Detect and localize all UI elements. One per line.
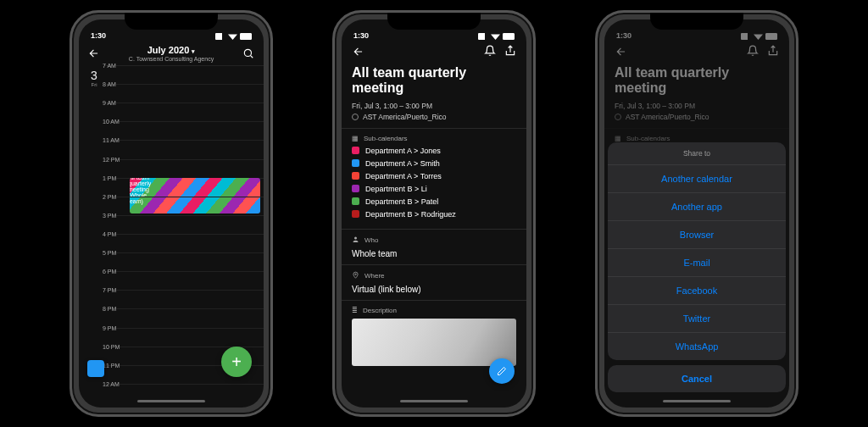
description-icon: ≣	[352, 307, 358, 314]
section-who: Who Whole team	[342, 229, 526, 264]
hour-label: 7 AM	[103, 63, 126, 69]
share-option[interactable]: WhatsApp	[608, 333, 786, 360]
month-selector[interactable]: July 2020▾ C. Townsend Consulting Agency	[101, 45, 242, 62]
share-option[interactable]: Another app	[608, 193, 786, 221]
hour-label: 8 AM	[103, 81, 126, 87]
status-time: 1:30	[91, 31, 106, 40]
hour-label: 2 PM	[103, 194, 126, 200]
section-description: ≣ Description	[342, 300, 526, 314]
phone-share-sheet: 1:30 All team quarterly meeting Fri, Jul…	[595, 10, 798, 417]
where-header: Where	[364, 272, 385, 280]
event-datetime: Fri, Jul 3, 1:00 – 3:00 PM	[352, 102, 516, 110]
share-icon[interactable]	[504, 45, 516, 58]
svg-point-2	[355, 274, 357, 275]
section-where: Where Virtual (link below)	[342, 264, 526, 300]
hour-label: 9 AM	[103, 100, 126, 106]
battery-icon	[240, 33, 252, 40]
section-subcalendars: ▦ Sub-calendars Department A > Jones Dep…	[342, 128, 526, 229]
notch	[650, 13, 743, 30]
share-option[interactable]: Another calendar	[608, 165, 786, 193]
share-option[interactable]: Twitter	[608, 305, 786, 333]
pin-icon	[352, 271, 359, 280]
home-indicator	[400, 400, 468, 402]
home-indicator	[663, 400, 731, 402]
phone-event-detail: 1:30 All team quarterly meeting	[332, 10, 536, 417]
battery-icon	[503, 33, 515, 40]
subcals-icon: ▦	[352, 135, 359, 142]
wifi-icon	[491, 33, 500, 40]
hour-label: 12 AM	[103, 381, 126, 387]
home-indicator	[137, 400, 205, 402]
signal-icon	[478, 33, 488, 40]
hour-label: 9 PM	[103, 325, 126, 331]
share-option[interactable]: Facebook	[608, 277, 786, 305]
hour-label: 11 PM	[103, 363, 126, 369]
hour-label: 12 PM	[103, 157, 126, 163]
notch	[125, 13, 218, 30]
month-title: July 2020	[147, 45, 190, 55]
share-sheet: Share to Another calendar Another app Br…	[608, 142, 786, 392]
hour-label: 3 PM	[103, 213, 126, 219]
hour-label: 4 PM	[103, 231, 126, 237]
chevron-down-icon: ▾	[192, 48, 195, 55]
subcals-header: Sub-calendars	[364, 135, 408, 142]
hour-label: 6 PM	[103, 269, 126, 274]
svg-point-0	[244, 49, 251, 56]
sub-calendar-item[interactable]: Department A > Torres	[352, 172, 516, 180]
event-timezone: AST America/Puerto_Rico	[363, 113, 447, 121]
hour-label: 11 AM	[103, 137, 126, 143]
sub-calendar-item[interactable]: Department A > Jones	[352, 147, 516, 155]
date-label: 3 Fri	[84, 65, 104, 402]
hour-label: 7 PM	[103, 287, 126, 293]
sub-calendar-item[interactable]: Department A > Smith	[352, 159, 516, 168]
description-image	[352, 319, 516, 366]
sub-calendar-item[interactable]: Department B > Patel	[352, 197, 516, 206]
back-icon[interactable]	[87, 47, 101, 60]
add-event-button[interactable]: +	[221, 347, 252, 377]
sub-calendar-item[interactable]: Department B > Li	[352, 185, 516, 193]
share-sheet-title: Share to	[608, 142, 786, 165]
wifi-icon	[228, 33, 237, 40]
who-value: Whole team	[352, 249, 516, 258]
date-number: 3	[84, 69, 104, 82]
signal-icon	[215, 33, 225, 40]
account-subtitle: C. Townsend Consulting Agency	[101, 56, 242, 62]
svg-point-1	[354, 236, 357, 239]
event-title: All team quarterly meeting	[352, 65, 516, 97]
sub-calendar-item[interactable]: Department B > Rodriguez	[352, 210, 516, 219]
hour-label: 8 PM	[103, 306, 126, 312]
cancel-button[interactable]: Cancel	[608, 365, 786, 392]
search-icon[interactable]	[242, 47, 255, 60]
hour-label: 10 AM	[103, 119, 126, 125]
share-option[interactable]: E-mail	[608, 249, 786, 277]
globe-icon	[352, 114, 359, 120]
where-value: Virtual (link below)	[352, 285, 516, 294]
description-header: Description	[363, 307, 397, 314]
person-icon	[352, 236, 359, 245]
bell-icon[interactable]	[484, 45, 496, 58]
status-time: 1:30	[353, 31, 369, 40]
hour-label: 10 PM	[103, 344, 126, 350]
notch	[387, 13, 481, 30]
back-icon[interactable]	[352, 45, 365, 58]
edit-event-button[interactable]	[489, 358, 515, 384]
share-option[interactable]: Browser	[608, 221, 786, 249]
phone-calendar-day: 1:30 July 2020▾ C. Townsend Consulting A…	[70, 10, 273, 417]
calendar-icon[interactable]	[87, 360, 104, 377]
hour-label: 1 PM	[103, 175, 126, 181]
hour-label: 5 PM	[103, 250, 126, 256]
date-weekday: Fri	[84, 82, 104, 87]
who-header: Who	[364, 236, 378, 244]
